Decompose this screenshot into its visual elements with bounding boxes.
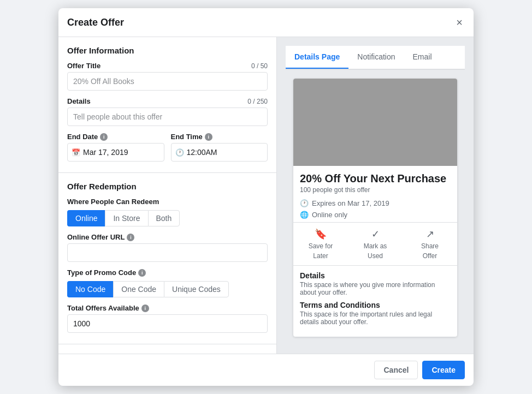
online-url-field: Online Offer URL i bbox=[67, 233, 268, 262]
offer-title-label: Offer Title bbox=[67, 62, 101, 70]
modal-header: Create Offer × bbox=[58, 8, 474, 37]
expires-text: Expires on Mar 17, 2019 bbox=[312, 199, 389, 207]
unique-codes-button[interactable]: Unique Codes bbox=[164, 281, 229, 297]
total-offers-info-icon: i bbox=[141, 305, 149, 312]
share-offer-label1: Share bbox=[421, 242, 439, 250]
save-later-label2: Later bbox=[313, 252, 328, 260]
promo-code-label: Type of Promo Code i bbox=[67, 268, 268, 277]
share-offer-action: ↗ Share Offer bbox=[403, 228, 457, 260]
modal-body: Offer Information Offer Title 0 / 50 Det… bbox=[58, 37, 474, 354]
close-button[interactable]: × bbox=[454, 15, 465, 30]
preview-content: 20% Off Your Next Purchase 100 people go… bbox=[293, 166, 457, 337]
end-date-input-wrapper: 📅 bbox=[67, 143, 164, 162]
preview-online-only: 🌐 Online only bbox=[300, 211, 451, 219]
end-date-info-icon: i bbox=[100, 133, 108, 141]
create-offer-modal: Create Offer × Offer Information Offer T… bbox=[58, 8, 474, 386]
where-redeem-field: Where People Can Redeem Online In Store … bbox=[67, 198, 268, 226]
details-field: Details 0 / 250 bbox=[67, 97, 268, 126]
clock-icon: 🕐 bbox=[175, 148, 184, 157]
online-url-input[interactable] bbox=[67, 243, 268, 262]
mark-used-label1: Mark as bbox=[364, 242, 387, 250]
modal-footer: Cancel Create bbox=[58, 354, 474, 386]
online-button[interactable]: Online bbox=[67, 210, 105, 226]
tab-email[interactable]: Email bbox=[404, 46, 441, 69]
right-panel: Details Page Notification Email 20% Off … bbox=[277, 37, 474, 354]
checkmark-icon: ✓ bbox=[371, 228, 380, 240]
one-code-button[interactable]: One Code bbox=[113, 281, 164, 297]
preview-terms-heading: Terms and Conditions bbox=[300, 301, 451, 309]
tabs-bar: Details Page Notification Email bbox=[286, 46, 465, 70]
share-icon: ↗ bbox=[426, 228, 434, 240]
create-button[interactable]: Create bbox=[422, 361, 465, 379]
offer-information-title: Offer Information bbox=[67, 46, 268, 55]
total-offers-input[interactable] bbox=[67, 314, 268, 333]
details-label: Details bbox=[67, 97, 91, 105]
offer-title-field: Offer Title 0 / 50 bbox=[67, 62, 268, 91]
left-panel: Offer Information Offer Title 0 / 50 Det… bbox=[58, 37, 277, 354]
modal-title: Create Offer bbox=[67, 17, 124, 28]
both-button[interactable]: Both bbox=[148, 210, 180, 226]
offer-redemption-section: Offer Redemption Where People Can Redeem… bbox=[58, 173, 276, 344]
tab-details-page[interactable]: Details Page bbox=[286, 46, 348, 69]
online-only-text: Online only bbox=[312, 211, 347, 219]
offer-information-section: Offer Information Offer Title 0 / 50 Det… bbox=[58, 37, 276, 173]
end-time-input-wrapper: 🕐 bbox=[171, 143, 268, 162]
preview-subtitle: 100 people got this offer bbox=[300, 186, 451, 194]
end-time-label: End Time i bbox=[171, 133, 212, 141]
end-time-input[interactable] bbox=[171, 143, 268, 162]
end-time-info-icon: i bbox=[205, 133, 212, 141]
where-redeem-label: Where People Can Redeem bbox=[67, 198, 268, 206]
total-offers-label: Total Offers Available i bbox=[67, 304, 268, 312]
calendar-icon: 📅 bbox=[72, 148, 80, 157]
promo-code-field: Type of Promo Code i No Code One Code Un… bbox=[67, 268, 268, 297]
preview-terms-body: This space is for the important rules an… bbox=[300, 311, 451, 326]
save-later-action: 🔖 Save for Later bbox=[293, 228, 348, 260]
save-later-label1: Save for bbox=[309, 242, 333, 250]
preview-details-section: Details This space is where you give mor… bbox=[300, 266, 451, 326]
offer-title-input[interactable] bbox=[67, 72, 268, 91]
total-offers-field: Total Offers Available i bbox=[67, 304, 268, 333]
preview-details-body: This space is where you give more inform… bbox=[300, 281, 451, 296]
details-counter: 0 / 250 bbox=[247, 98, 268, 105]
preview-expires: 🕐 Expires on Mar 17, 2019 bbox=[300, 199, 451, 207]
preview-image bbox=[293, 79, 457, 166]
globe-icon: 🌐 bbox=[300, 211, 309, 219]
offer-redemption-title: Offer Redemption bbox=[67, 182, 268, 191]
end-date-label: End Date i bbox=[67, 133, 108, 141]
preview-title: 20% Off Your Next Purchase bbox=[300, 172, 451, 185]
clock-small-icon: 🕐 bbox=[300, 199, 309, 207]
promo-btn-group: No Code One Code Unique Codes bbox=[67, 281, 268, 297]
end-date-field: End Date i 📅 bbox=[67, 133, 164, 162]
preview-card: 20% Off Your Next Purchase 100 people go… bbox=[293, 79, 457, 337]
preview-details-heading: Details bbox=[300, 271, 451, 280]
offer-title-counter: 0 / 50 bbox=[251, 62, 268, 70]
online-url-label: Online Offer URL i bbox=[67, 233, 268, 241]
no-code-button[interactable]: No Code bbox=[67, 281, 113, 297]
cancel-button[interactable]: Cancel bbox=[374, 361, 418, 379]
instore-button[interactable]: In Store bbox=[105, 210, 147, 226]
details-input[interactable] bbox=[67, 108, 268, 126]
end-date-input[interactable] bbox=[67, 143, 164, 162]
promo-code-info-icon: i bbox=[138, 269, 146, 277]
mark-used-label2: Used bbox=[368, 252, 383, 260]
date-time-row: End Date i 📅 End Time bbox=[67, 133, 268, 168]
preview-actions: 🔖 Save for Later ✓ Mark as Used ↗ Share bbox=[293, 222, 457, 266]
save-later-icon: 🔖 bbox=[315, 228, 327, 240]
redeem-btn-group: Online In Store Both bbox=[67, 210, 268, 226]
tab-notification[interactable]: Notification bbox=[348, 46, 404, 69]
online-url-info-icon: i bbox=[127, 234, 134, 241]
end-time-field: End Time i 🕐 bbox=[171, 133, 268, 162]
share-offer-label2: Offer bbox=[423, 252, 437, 260]
mark-used-action: ✓ Mark as Used bbox=[348, 228, 403, 260]
